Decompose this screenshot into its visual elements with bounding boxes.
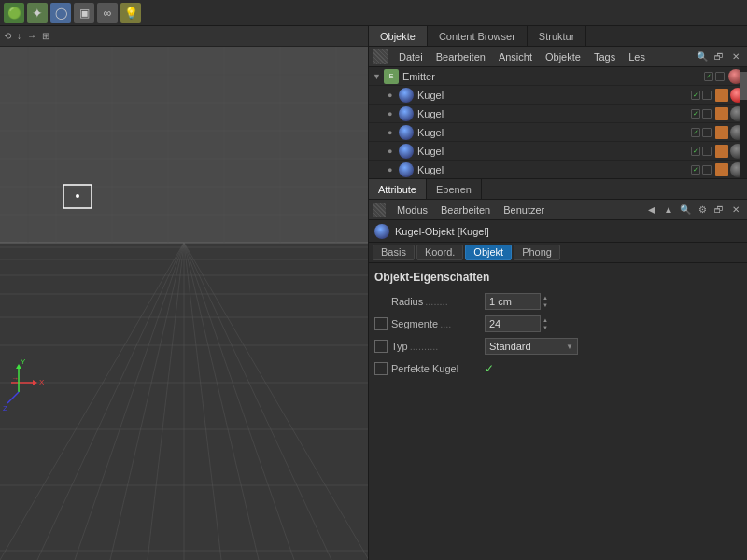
value-segmente[interactable]: 24 [485, 315, 541, 332]
value-radius[interactable]: 1 cm [485, 293, 541, 310]
attr-menu-modus[interactable]: Modus [391, 203, 433, 217]
sub-tab-basis[interactable]: Basis [373, 245, 415, 260]
vp-icon-down[interactable]: ↓ [17, 31, 21, 41]
attr-search-icon[interactable]: 🔍 [678, 203, 693, 217]
object-header: Kugel-Objekt [Kugel] [369, 220, 747, 243]
vp-icon-rotate[interactable]: ⟲ [4, 31, 11, 41]
vp-icon-right[interactable]: → [27, 31, 36, 41]
label-segmente: Segmente.... [391, 318, 485, 329]
check-dot-k4-1[interactable]: ✓ [691, 147, 700, 156]
menu-les[interactable]: Les [623, 49, 651, 64]
check-dot-k3-1[interactable]: ✓ [691, 128, 700, 137]
tab-ebenen[interactable]: Ebenen [427, 179, 482, 199]
arrow-kugel-5: ● [388, 165, 397, 175]
toolbar-icon-6[interactable]: 💡 [120, 3, 141, 23]
section-title: Objekt-Eigenschaften [374, 271, 741, 284]
check-dot-1[interactable]: ✓ [704, 72, 713, 81]
sub-tab-phong[interactable]: Phong [514, 245, 560, 260]
menu-tags[interactable]: Tags [588, 49, 621, 64]
check-dot-k5-2[interactable] [702, 165, 712, 175]
sub-tab-objekt[interactable]: Objekt [465, 245, 512, 260]
emitter-label: Emitter [402, 71, 704, 82]
kugel-label-4: Kugel [417, 146, 691, 157]
spinner-segmente: ▲ ▼ [543, 316, 548, 331]
toolbar-icon-1[interactable]: 🟢 [4, 3, 24, 23]
toolbar-icon-3[interactable]: ◯ [50, 3, 71, 23]
dropdown-typ[interactable]: Standard ▼ [485, 338, 578, 355]
kugel-label-3: Kugel [417, 127, 691, 138]
attr-menu-bearbeiten[interactable]: Bearbeiten [435, 203, 496, 217]
tab-objekte[interactable]: Objekte [369, 26, 428, 46]
sphere-icon-5 [399, 162, 414, 177]
check-dot-k4-2[interactable] [702, 147, 712, 156]
sphere-icon-3 [399, 125, 414, 140]
label-typ: Typ.......... [391, 341, 485, 352]
check-dot-k1-2[interactable] [702, 91, 712, 100]
orange-swatch-1 [715, 89, 728, 102]
checkbox-typ[interactable] [374, 340, 388, 353]
list-item-kugel-3[interactable]: ● Kugel ✓ [369, 123, 747, 142]
list-item-kugel-2[interactable]: ● Kugel ✓ [369, 105, 747, 123]
spin-down-segmente[interactable]: ▼ [543, 324, 548, 331]
toolbar-icon-2[interactable]: ✦ [27, 3, 48, 23]
tab-content-browser[interactable]: Content Browser [428, 26, 528, 46]
spin-up-segmente[interactable]: ▲ [543, 316, 548, 324]
arrow-kugel-3: ● [388, 128, 397, 137]
list-item-kugel-4[interactable]: ● Kugel ✓ [369, 142, 747, 161]
attr-close-icon[interactable]: ✕ [728, 203, 743, 217]
list-item-kugel-1[interactable]: ● Kugel ✓ [369, 86, 747, 105]
menu-ansicht[interactable]: Ansicht [493, 49, 538, 64]
prop-row-typ: Typ.......... Standard ▼ [374, 336, 741, 357]
sphere-icon-2 [399, 106, 414, 121]
checkbox-segmente[interactable] [374, 317, 388, 330]
search-icon[interactable]: 🔍 [695, 49, 710, 64]
kugel-checks-3: ✓ [691, 128, 712, 137]
vp-icon-grid[interactable]: ⊞ [42, 31, 49, 41]
check-dot-k2-1[interactable]: ✓ [691, 109, 700, 119]
window-icon[interactable]: 🗗 [712, 49, 726, 64]
kugel-checks-5: ✓ [691, 165, 712, 175]
perfekte-kugel-checkmark: ✓ [485, 362, 494, 375]
attribute-tab-bar: Attribute Ebenen [369, 179, 747, 200]
attr-window-icon[interactable]: 🗗 [712, 203, 726, 217]
svg-text:→: → [11, 374, 19, 383]
check-dot-k3-2[interactable] [702, 128, 712, 137]
check-dot-k1-1[interactable]: ✓ [691, 91, 700, 100]
attr-forward-icon[interactable]: ▲ [661, 203, 676, 217]
orange-swatch-3 [715, 126, 728, 139]
svg-text:Y: Y [21, 357, 26, 366]
svg-point-39 [76, 194, 79, 198]
scene-scrollbar-thumb[interactable] [740, 72, 747, 100]
menu-bearbeiten[interactable]: Bearbeiten [430, 49, 491, 64]
attr-back-icon[interactable]: ◀ [644, 203, 659, 217]
tab-struktur[interactable]: Struktur [528, 26, 587, 46]
viewport-canvas: → X Y Z [0, 47, 369, 560]
emitter-checks: ✓ [704, 72, 725, 81]
toolbar-icon-4[interactable]: ▣ [74, 3, 94, 23]
sub-tab-koord[interactable]: Koord. [416, 245, 463, 260]
properties-panel: Objekt-Eigenschaften Radius........ 1 cm… [369, 263, 747, 560]
check-dot-2[interactable] [715, 72, 725, 81]
label-perfekte-kugel: Perfekte Kugel [391, 363, 485, 374]
menu-objekte[interactable]: Objekte [540, 49, 586, 64]
list-item-emitter[interactable]: ▼ E Emitter ✓ [369, 67, 747, 86]
close-panel-icon[interactable]: ✕ [728, 49, 743, 64]
attr-settings-icon[interactable]: ⚙ [695, 203, 710, 217]
check-dot-k2-2[interactable] [702, 109, 712, 119]
scene-scrollbar[interactable] [740, 67, 747, 178]
toolbar-icon-5[interactable]: ∞ [97, 3, 118, 23]
checkbox-radius[interactable] [374, 295, 388, 308]
viewport-panel: ⟲ ↓ → ⊞ [0, 26, 369, 560]
spin-up-radius[interactable]: ▲ [543, 294, 548, 301]
svg-rect-0 [0, 47, 369, 243]
menu-right-icon-group: 🔍 🗗 ✕ [695, 49, 743, 64]
list-item-kugel-5[interactable]: ● Kugel ✓ [369, 161, 747, 179]
spinner-radius: ▲ ▼ [543, 294, 548, 309]
checkbox-perfekte[interactable] [374, 362, 388, 375]
check-dot-k5-1[interactable]: ✓ [691, 165, 700, 175]
tab-attribute[interactable]: Attribute [369, 179, 427, 199]
sphere-icon-4 [399, 144, 414, 159]
attr-menu-benutzer[interactable]: Benutzer [498, 203, 550, 217]
menu-datei[interactable]: Datei [393, 49, 429, 64]
spin-down-radius[interactable]: ▼ [543, 301, 548, 309]
